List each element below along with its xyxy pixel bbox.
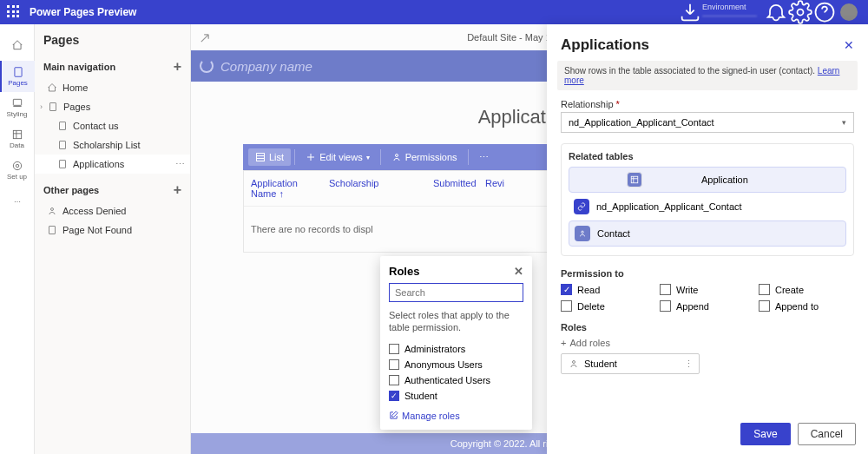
more-icon: ⋯ [14, 198, 21, 206]
related-relationship[interactable]: nd_Application_Applicant_Contact [569, 194, 846, 219]
app-launcher-icon[interactable] [7, 5, 21, 19]
add-page-button[interactable]: + [174, 59, 181, 75]
help-icon[interactable] [812, 0, 837, 24]
rail-data[interactable]: Data [0, 123, 35, 155]
item-more-icon[interactable]: ⋯ [175, 159, 185, 170]
perm-create[interactable]: Create [759, 284, 854, 295]
svg-point-5 [16, 164, 19, 168]
table-icon [627, 172, 642, 188]
list-tab[interactable]: List [248, 148, 291, 166]
svg-rect-8 [60, 122, 66, 130]
roles-close-icon[interactable]: ✕ [514, 265, 523, 278]
person-icon [569, 359, 579, 369]
side-heading: Pages [35, 30, 190, 50]
permissions-flyout: Applications ✕ Show rows in the table as… [547, 24, 868, 454]
svg-point-6 [13, 161, 21, 169]
svg-rect-3 [13, 99, 21, 105]
svg-rect-2 [14, 68, 21, 77]
perm-delete[interactable]: Delete [561, 300, 656, 312]
roles-popover: Roles ✕ Select roles that apply to the t… [380, 256, 532, 430]
app-title: Power Pages Preview [30, 6, 136, 18]
roles-search-input[interactable] [389, 283, 523, 302]
plus-icon: + [561, 338, 566, 348]
cancel-button[interactable]: Cancel [798, 423, 856, 445]
related-tables-card: Related tables Application nd_Applicatio… [561, 143, 854, 256]
sidebar-item-applications[interactable]: Applications⋯ [35, 155, 190, 174]
rail-pages[interactable]: Pages [0, 61, 35, 92]
permission-to-title: Permission to [561, 268, 854, 279]
related-contact[interactable]: Contact [569, 220, 846, 247]
user-avatar[interactable] [840, 3, 858, 21]
col-revi[interactable]: Revi [485, 176, 513, 201]
chevron-down-icon: ▾ [842, 118, 846, 127]
col-application-name[interactable]: Application Name ↑ [251, 176, 329, 201]
roles-popover-title: Roles [389, 265, 419, 278]
expand-arrow-icon[interactable] [196, 30, 214, 47]
settings-icon[interactable] [788, 0, 812, 24]
notifications-icon[interactable] [764, 0, 788, 24]
permissions-button[interactable]: Permissions [385, 148, 464, 166]
toolbar-more-button[interactable]: ⋯ [472, 148, 496, 167]
roles-hint: Select roles that apply to the table per… [389, 309, 523, 334]
rail-setup[interactable]: Set up [0, 155, 35, 186]
perm-append[interactable]: Append [660, 300, 755, 312]
perm-read[interactable]: ✓Read [561, 284, 656, 295]
role-chip-student[interactable]: Student ⋮ [561, 353, 700, 374]
svg-rect-7 [50, 103, 56, 111]
perm-write[interactable]: Write [660, 284, 755, 295]
rail-home[interactable] [0, 30, 35, 61]
svg-point-17 [573, 361, 575, 364]
role-anonymous[interactable]: Anonymous Users [389, 357, 523, 372]
chevron-right-icon: › [40, 102, 43, 111]
svg-point-11 [51, 208, 54, 211]
svg-rect-9 [60, 141, 66, 149]
flyout-title: Applications [561, 36, 649, 54]
relationship-label: Relationship * [561, 99, 854, 109]
role-administrators[interactable]: Administrators [389, 341, 523, 357]
relationship-select[interactable]: nd_Application_Applicant_Contact ▾ [561, 112, 854, 133]
top-bar: Power Pages Preview Environment ——————— [0, 0, 868, 24]
sidebar-item-contact[interactable]: Contact us [35, 116, 190, 135]
environment-label[interactable]: Environment ——————— [702, 3, 757, 21]
nav-rail: Pages Styling Data Set up ⋯ [0, 24, 35, 454]
link-icon [574, 199, 589, 214]
person-icon [575, 226, 590, 241]
sidebar-item-not-found[interactable]: Page Not Found [35, 220, 190, 240]
side-panel: Pages Main navigation + Home ›Pages Cont… [35, 24, 191, 454]
related-application[interactable]: Application [569, 167, 846, 193]
environment-icon [678, 0, 702, 24]
add-roles-button[interactable]: +Add roles [561, 338, 854, 348]
rail-styling[interactable]: Styling [0, 92, 35, 123]
sidebar-item-access-denied[interactable]: Access Denied [35, 201, 190, 220]
company-placeholder[interactable]: Company name [220, 59, 312, 74]
svg-point-14 [395, 155, 398, 157]
role-student[interactable]: ✓Student [389, 388, 523, 404]
sidebar-item-scholarship[interactable]: Scholarship List [35, 135, 190, 155]
role-authenticated[interactable]: Authenticated Users [389, 372, 523, 388]
roles-section-title: Roles [561, 322, 854, 332]
col-submitted[interactable]: Submitted [433, 176, 485, 201]
perm-append-to[interactable]: Append to [759, 300, 854, 312]
svg-point-16 [582, 231, 584, 234]
svg-rect-13 [257, 154, 265, 161]
svg-rect-10 [60, 161, 66, 168]
sidebar-item-home[interactable]: Home [35, 78, 190, 97]
nav-section-title: Main navigation [43, 62, 115, 72]
add-other-page-button[interactable]: + [174, 182, 181, 198]
svg-rect-12 [49, 227, 56, 234]
svg-rect-15 [631, 176, 638, 183]
flyout-close-icon[interactable]: ✕ [844, 38, 854, 52]
sidebar-item-pages[interactable]: ›Pages [35, 97, 190, 116]
edit-views-button[interactable]: Edit views ▾ [299, 148, 377, 166]
other-section-title: Other pages [43, 185, 99, 195]
related-tables-title: Related tables [569, 151, 846, 161]
col-scholarship[interactable]: Scholarship [329, 176, 433, 201]
manage-roles-link[interactable]: Manage roles [389, 411, 523, 421]
save-button[interactable]: Save [740, 423, 790, 445]
svg-rect-4 [13, 130, 21, 138]
role-chip-more-icon[interactable]: ⋮ [684, 359, 694, 370]
rail-more[interactable]: ⋯ [0, 186, 35, 217]
spinner-icon [200, 59, 214, 73]
chevron-down-icon: ▾ [366, 154, 370, 161]
flyout-info-banner: Show rows in the table associated to the… [557, 61, 858, 90]
